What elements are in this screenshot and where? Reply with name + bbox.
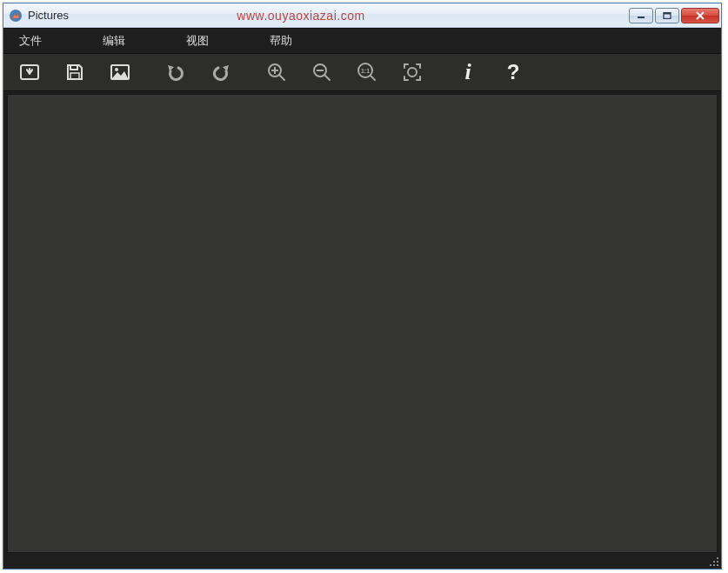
zoom-in-icon (266, 62, 287, 83)
zoom-fit-icon (402, 62, 423, 83)
svg-rect-1 (638, 17, 645, 18)
zoom-fit-button[interactable] (393, 55, 431, 90)
svg-line-10 (279, 75, 284, 80)
watermark-text: www.ouyaoxiazai.com (0, 9, 629, 23)
help-button[interactable]: ? (494, 55, 532, 90)
svg-point-8 (115, 68, 118, 71)
save-icon (65, 63, 84, 82)
canvas-area[interactable] (7, 94, 718, 553)
menu-file[interactable]: 文件 (7, 30, 54, 52)
close-button[interactable] (681, 8, 719, 23)
redo-button[interactable] (202, 55, 240, 90)
zoom-out-button[interactable] (303, 55, 341, 90)
open-button[interactable] (10, 55, 49, 90)
toolbar: 1:1 i ? (3, 54, 721, 91)
svg-point-19 (408, 68, 417, 77)
open-icon (19, 63, 40, 82)
image-icon (110, 63, 130, 81)
help-icon: ? (507, 60, 520, 84)
window-controls (629, 8, 719, 23)
resize-grip[interactable] (707, 555, 719, 567)
menu-view[interactable]: 视图 (174, 30, 221, 52)
svg-line-17 (371, 76, 375, 80)
maximize-button[interactable] (655, 8, 679, 23)
titlebar: Pictures www.ouyaoxiazai.com (3, 3, 721, 28)
save-button[interactable] (56, 55, 94, 90)
svg-rect-6 (70, 73, 79, 79)
minimize-button[interactable] (629, 8, 653, 23)
zoom-actual-button[interactable]: 1:1 (348, 55, 386, 90)
image-button[interactable] (101, 55, 139, 90)
menu-edit[interactable]: 编辑 (90, 30, 137, 52)
statusbar (3, 553, 721, 569)
zoom-out-icon (311, 62, 332, 83)
menubar: 文件 编辑 视图 帮助 (3, 28, 721, 54)
svg-line-14 (324, 75, 330, 80)
undo-button[interactable] (157, 55, 195, 90)
undo-icon (166, 63, 185, 82)
redo-icon (211, 63, 230, 82)
zoom-in-button[interactable] (257, 55, 296, 90)
svg-rect-3 (664, 12, 671, 14)
zoom-actual-icon: 1:1 (357, 62, 377, 83)
menu-help[interactable]: 帮助 (257, 30, 304, 52)
svg-text:1:1: 1:1 (361, 68, 370, 74)
app-window: Pictures www.ouyaoxiazai.com 文件 编辑 视图 帮助 (3, 3, 722, 570)
info-button[interactable]: i (449, 55, 487, 90)
info-icon: i (464, 59, 471, 85)
svg-rect-5 (70, 65, 77, 70)
